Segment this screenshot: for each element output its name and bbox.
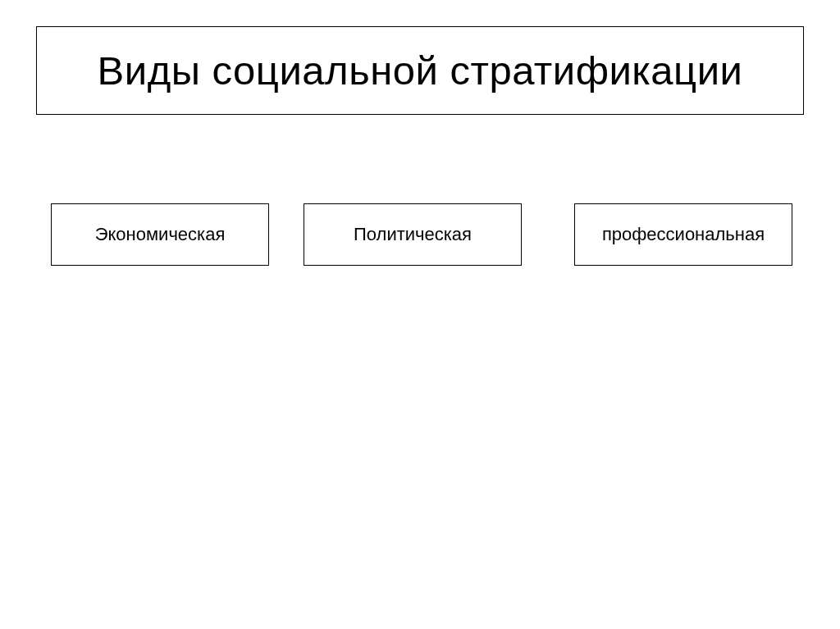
item-box-economic: Экономическая <box>51 203 269 266</box>
page-title: Виды социальной стратификации <box>98 48 743 93</box>
item-box-political: Политическая <box>304 203 522 266</box>
item-label: профессиональная <box>602 224 765 245</box>
title-container: Виды социальной стратификации <box>36 26 804 115</box>
item-box-professional: профессиональная <box>574 203 792 266</box>
item-label: Политическая <box>354 224 472 245</box>
item-label: Экономическая <box>95 224 226 245</box>
items-row: Экономическая Политическая профессиональ… <box>0 203 840 266</box>
